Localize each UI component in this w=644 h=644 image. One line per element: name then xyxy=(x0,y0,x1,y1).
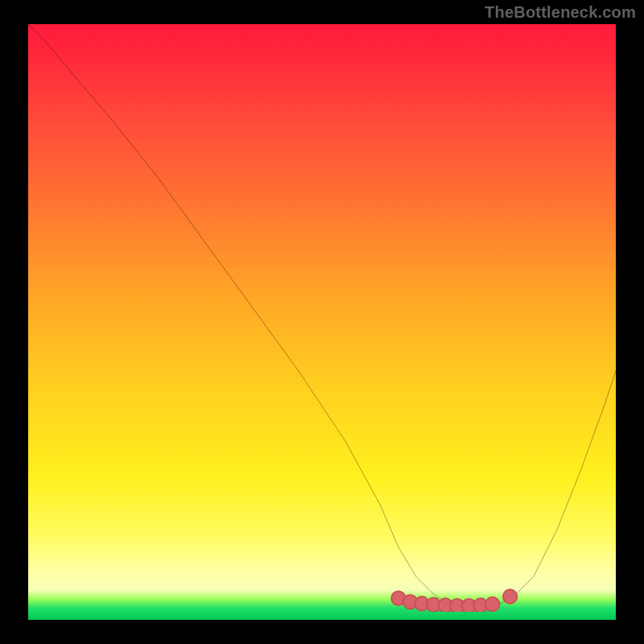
chart-frame: TheBottleneck.com xyxy=(0,0,644,644)
plot-area xyxy=(28,24,616,620)
marker-group xyxy=(391,589,517,612)
watermark-text: TheBottleneck.com xyxy=(485,3,636,22)
marker-point xyxy=(503,589,518,604)
marker-layer xyxy=(28,24,616,612)
marker-point xyxy=(485,597,500,612)
